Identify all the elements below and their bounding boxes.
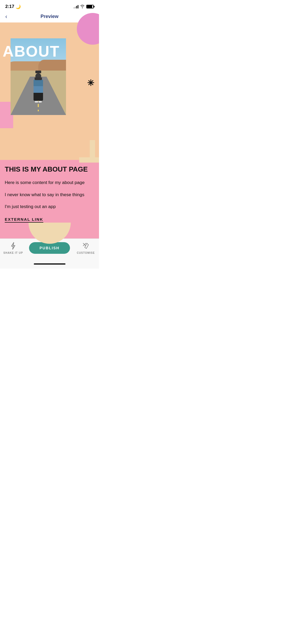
person-legs: [34, 93, 43, 101]
page-title: Preview: [40, 14, 58, 19]
person-hair: [35, 77, 42, 80]
paragraph-2: I never know what to say in these things: [5, 191, 94, 198]
moon-icon: 🌙: [16, 4, 21, 9]
customise-button[interactable]: CUSTOMISE: [75, 242, 96, 254]
status-bar: 2:17 🌙: [0, 0, 99, 12]
svg-line-6: [87, 243, 88, 245]
signal-icon: [74, 5, 78, 8]
foot-right: [39, 101, 42, 103]
jacket-top: [34, 80, 43, 86]
person-head: [35, 73, 41, 79]
content-area: ABOUT: [0, 22, 99, 238]
customise-label: CUSTOMISE: [77, 251, 95, 254]
svg-line-8: [86, 245, 88, 249]
paragraph-3: I'm just testing out an app: [5, 203, 94, 210]
person-body: [34, 80, 43, 93]
status-time: 2:17: [5, 4, 14, 9]
external-link[interactable]: EXTERNAL LINK: [5, 217, 43, 223]
about-heading: ABOUT: [3, 44, 60, 59]
hero-section: ABOUT: [0, 22, 99, 160]
shake-it-up-label: SHAKE IT UP: [3, 251, 23, 254]
person-feet: [34, 101, 42, 103]
page-heading: THIS IS MY ABOUT PAGE: [5, 165, 94, 173]
cream-l-decoration: [79, 140, 99, 163]
wifi-icon: [80, 4, 85, 9]
home-bar: [34, 263, 65, 265]
paragraph-1: Here is some content for my about page: [5, 179, 94, 186]
svg-line-9: [85, 247, 86, 249]
publish-button[interactable]: PUBLISH: [29, 242, 70, 254]
shake-it-up-button[interactable]: SHAKE IT UP: [3, 242, 24, 254]
lightning-icon: [9, 242, 17, 250]
foot-left: [35, 101, 38, 103]
person-hat: [35, 71, 41, 73]
person-figure: [32, 71, 45, 100]
asterisk-decoration: ✳: [87, 78, 94, 88]
back-button[interactable]: ‹: [5, 13, 7, 20]
pink-content-section: THIS IS MY ABOUT PAGE Here is some conte…: [0, 160, 99, 238]
tools-icon: [82, 242, 90, 250]
battery-icon: [86, 5, 94, 8]
status-icons: [74, 4, 94, 9]
home-indicator: [0, 260, 99, 269]
